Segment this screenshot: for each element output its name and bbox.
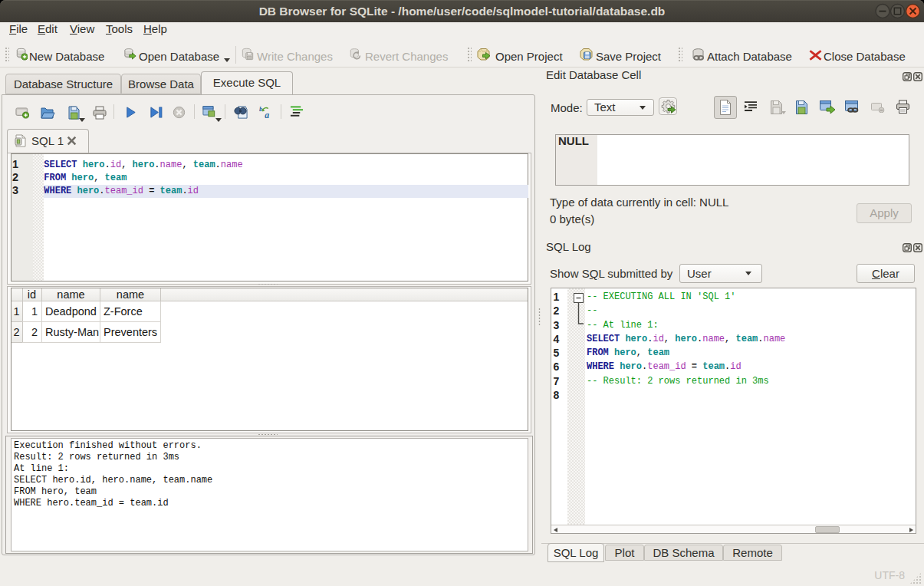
svg-text:b: b — [259, 105, 263, 113]
svg-text:a: a — [265, 110, 269, 120]
